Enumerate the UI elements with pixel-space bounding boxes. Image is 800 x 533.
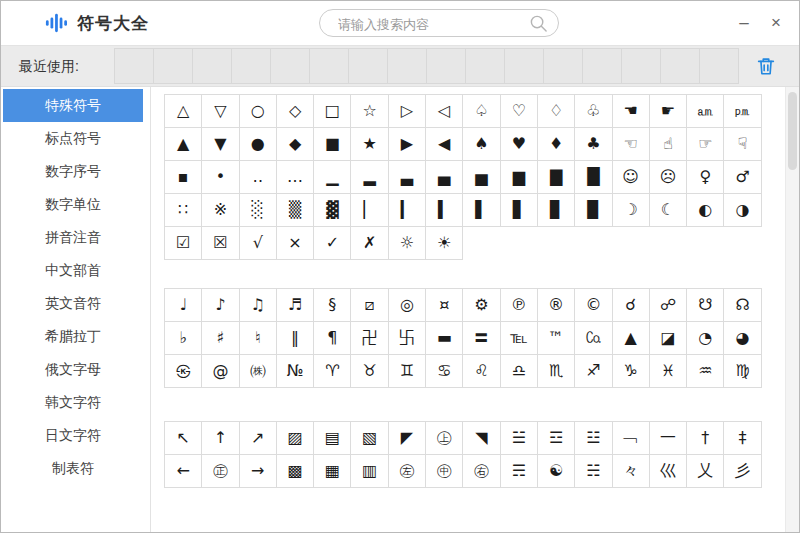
symbol-cell[interactable]: ☹	[649, 160, 687, 194]
symbol-cell[interactable]: ▬	[425, 321, 463, 355]
symbol-cell[interactable]: ㏘	[723, 94, 761, 128]
sidebar-item-12[interactable]: 制表符	[3, 452, 143, 485]
symbol-cell[interactable]: ™	[537, 321, 575, 355]
symbol-cell[interactable]: ☲	[537, 421, 575, 455]
symbol-cell[interactable]: ☀	[425, 226, 463, 260]
symbol-cell[interactable]: ▅	[462, 160, 500, 194]
symbol-cell[interactable]: ♉	[350, 354, 388, 388]
symbol-cell[interactable]: ㊨	[462, 454, 500, 488]
scrollbar-thumb[interactable]	[788, 92, 797, 170]
symbol-cell[interactable]: ▒	[276, 193, 314, 227]
symbol-cell[interactable]: ◎	[388, 288, 426, 322]
symbol-cell[interactable]: ☱	[500, 421, 538, 455]
symbol-cell[interactable]: ㊤	[425, 421, 463, 455]
symbol-cell[interactable]: ☳	[574, 421, 612, 455]
symbol-cell[interactable]: ▊	[537, 193, 575, 227]
symbol-cell[interactable]: ☯	[537, 454, 575, 488]
symbol-cell[interactable]: ░	[239, 193, 277, 227]
symbol-cell[interactable]: 乂	[686, 454, 724, 488]
symbol-cell[interactable]: ☞	[686, 127, 724, 161]
sidebar-item-5[interactable]: 拼音注音	[3, 221, 143, 254]
symbol-cell[interactable]: →	[239, 454, 277, 488]
symbol-cell[interactable]: █	[574, 160, 612, 194]
symbol-cell[interactable]: ↗	[239, 421, 277, 455]
close-button[interactable]: ×	[761, 1, 791, 45]
symbol-cell[interactable]: ㊧	[388, 454, 426, 488]
symbol-cell[interactable]: ∷	[164, 193, 202, 227]
symbol-cell[interactable]: ☛	[649, 94, 687, 128]
symbol-cell[interactable]: ☌	[612, 288, 650, 322]
symbol-cell[interactable]: ▷	[388, 94, 426, 128]
symbol-cell[interactable]: ♣	[574, 127, 612, 161]
symbol-cell[interactable]: ◑	[723, 193, 761, 227]
symbol-cell[interactable]: ♌	[462, 354, 500, 388]
symbol-cell[interactable]: ㊣	[201, 454, 239, 488]
symbol-cell[interactable]: ♈	[313, 354, 351, 388]
symbol-cell[interactable]: ☆	[350, 94, 388, 128]
symbol-cell[interactable]: 彡	[723, 454, 761, 488]
symbol-cell[interactable]: ®	[537, 288, 575, 322]
symbol-cell[interactable]: ♍	[723, 354, 761, 388]
symbol-cell[interactable]: ☴	[500, 454, 538, 488]
symbol-cell[interactable]: ▋	[500, 193, 538, 227]
symbol-cell[interactable]: ▲	[164, 127, 202, 161]
symbol-cell[interactable]: ㏇	[574, 321, 612, 355]
sidebar-item-1[interactable]: 特殊符号	[3, 89, 143, 122]
symbol-cell[interactable]: ♦	[537, 127, 575, 161]
sidebar-item-2[interactable]: 标点符号	[3, 122, 143, 155]
symbol-cell[interactable]: ✗	[350, 226, 388, 260]
symbol-cell[interactable]: ▦	[313, 454, 351, 488]
symbol-cell[interactable]: ♋	[425, 354, 463, 388]
sidebar-item-6[interactable]: 中文部首	[3, 254, 143, 287]
symbol-cell[interactable]: ♑	[612, 354, 650, 388]
symbol-cell[interactable]: ㉿	[164, 354, 202, 388]
symbol-cell[interactable]: ♧	[574, 94, 612, 128]
symbol-cell[interactable]: ◀	[425, 127, 463, 161]
symbol-cell[interactable]: ▂	[350, 160, 388, 194]
symbol-cell[interactable]: №	[276, 354, 314, 388]
symbol-cell[interactable]: ‖	[276, 321, 314, 355]
symbol-cell[interactable]: ©	[574, 288, 612, 322]
trash-button[interactable]	[755, 55, 777, 77]
symbol-cell[interactable]: √	[239, 226, 277, 260]
symbol-cell[interactable]: †	[686, 421, 724, 455]
symbol-cell[interactable]: ♤	[462, 94, 500, 128]
symbol-cell[interactable]: ▪	[164, 160, 202, 194]
symbol-cell[interactable]: ⚙	[462, 288, 500, 322]
symbol-cell[interactable]: 一	[649, 421, 687, 455]
symbol-cell[interactable]: ◕	[723, 321, 761, 355]
symbol-cell[interactable]: ▄	[425, 160, 463, 194]
symbol-cell[interactable]: ▥	[350, 454, 388, 488]
symbol-cell[interactable]: ♬	[276, 288, 314, 322]
symbol-cell[interactable]: ♎	[500, 354, 538, 388]
symbol-cell[interactable]: ♥	[500, 127, 538, 161]
symbol-cell[interactable]: ♂	[723, 160, 761, 194]
minimize-button[interactable]: –	[729, 1, 759, 45]
symbol-cell[interactable]: 々	[612, 454, 650, 488]
symbol-cell[interactable]: ◤	[388, 421, 426, 455]
symbol-cell[interactable]: ♒	[686, 354, 724, 388]
symbol-cell[interactable]: ☒	[201, 226, 239, 260]
symbol-cell[interactable]: ℗	[500, 288, 538, 322]
symbol-cell[interactable]: ☽	[612, 193, 650, 227]
symbol-cell[interactable]: ♡	[500, 94, 538, 128]
search-icon[interactable]	[529, 14, 548, 33]
symbol-cell[interactable]: ♊	[388, 354, 426, 388]
symbol-cell[interactable]: ▶	[388, 127, 426, 161]
symbol-cell[interactable]: ¤	[425, 288, 463, 322]
symbol-cell[interactable]: ✓	[313, 226, 351, 260]
sidebar-item-11[interactable]: 日文字符	[3, 419, 143, 452]
symbol-cell[interactable]: ☾	[649, 193, 687, 227]
symbol-cell[interactable]: ☟	[723, 127, 761, 161]
symbol-cell[interactable]: ☍	[649, 288, 687, 322]
symbol-cell[interactable]: ▆	[500, 160, 538, 194]
symbol-cell[interactable]: ▼	[201, 127, 239, 161]
symbol-cell[interactable]: ←	[164, 454, 202, 488]
sidebar-item-4[interactable]: 数字单位	[3, 188, 143, 221]
symbol-cell[interactable]: ↖	[164, 421, 202, 455]
symbol-cell[interactable]: ▤	[313, 421, 351, 455]
symbol-cell[interactable]: ▎	[388, 193, 426, 227]
symbol-cell[interactable]: 巛	[649, 454, 687, 488]
symbol-cell[interactable]: ※	[201, 193, 239, 227]
symbol-cell[interactable]: ☝	[649, 127, 687, 161]
